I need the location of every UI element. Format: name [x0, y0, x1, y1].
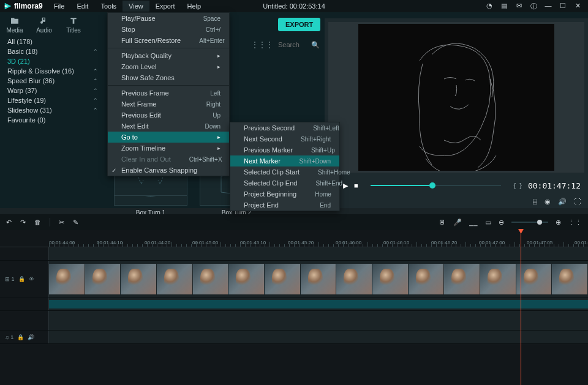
tab-titles[interactable]: Titles — [59, 12, 88, 37]
menu-item[interactable]: Previous FrameLeft — [108, 88, 229, 99]
tab-audio[interactable]: Audio — [29, 12, 59, 37]
close-icon[interactable]: ✕ — [573, 2, 582, 11]
display-icon[interactable]: ⌸ — [533, 198, 537, 205]
menu-label: Playback Quality — [121, 52, 172, 59]
sidebar-item[interactable]: Ripple & Dissolve (16)⌃ — [0, 66, 104, 76]
redo-icon[interactable]: ↷ — [20, 219, 26, 226]
fullscreen-icon[interactable]: ⛶ — [574, 198, 581, 205]
hotkey: Shift+Left — [295, 125, 339, 132]
menu-item[interactable]: Previous SecondShift+Left — [230, 122, 339, 133]
mic-icon[interactable]: 🎤 — [453, 219, 462, 226]
menu-view[interactable]: View — [123, 1, 149, 12]
menu-export[interactable]: Export — [149, 1, 181, 12]
tab-media[interactable]: Media — [0, 12, 29, 37]
playhead[interactable] — [521, 230, 521, 385]
menu-label: Stop — [121, 26, 135, 33]
search-icon[interactable]: 🔍 — [311, 41, 320, 49]
undo-icon[interactable]: ↶ — [6, 219, 12, 226]
clip-frame — [49, 264, 85, 294]
menu-item[interactable]: Next FrameRight — [108, 99, 229, 110]
menu-file[interactable]: File — [48, 1, 71, 12]
timeline-ruler[interactable]: 00:01:44:0000:01:44:1000:01:44:2000:01:4… — [0, 230, 588, 247]
snapshot-icon[interactable]: ◉ — [545, 198, 551, 206]
eye-icon[interactable]: 👁 — [29, 276, 34, 282]
menu-item[interactable]: Selected Clip StartShift+Home — [230, 166, 339, 178]
sidebar-item[interactable]: Lifestyle (19)⌃ — [0, 95, 104, 105]
audio-track[interactable]: ♫ 1 🔒 🔊 — [0, 331, 588, 344]
sidebar-item[interactable]: Favourite (0) — [0, 115, 104, 125]
menu-item[interactable]: Zoom Timeline▸ — [108, 143, 229, 154]
clip-frame — [444, 264, 480, 294]
mail-icon[interactable]: ✉ — [514, 2, 523, 11]
lock-icon[interactable]: 🔒 — [18, 276, 25, 282]
zoom-out-icon[interactable]: ⊖ — [499, 219, 504, 226]
menu-item[interactable]: Zoom Level▸ — [108, 61, 229, 72]
menu-item[interactable]: Next EditDown — [108, 121, 229, 132]
menu-item[interactable]: Previous MarkerShift+Up — [230, 144, 339, 155]
menu-edit[interactable]: Edit — [70, 1, 94, 12]
shield-icon[interactable]: ⛨ — [439, 219, 446, 226]
zoom-in-icon[interactable]: ⊕ — [556, 219, 561, 226]
preview-canvas[interactable] — [328, 22, 584, 173]
video-clip[interactable] — [49, 264, 588, 294]
minimize-icon[interactable]: — — [544, 2, 552, 11]
menu-item[interactable]: Play/PauseSpace — [108, 13, 229, 24]
stop-icon[interactable]: ■ — [354, 182, 358, 189]
video-track[interactable]: ⊞ 1 🔒 👁 — [0, 261, 588, 297]
audio-sub-track[interactable] — [0, 297, 588, 311]
edit-icon[interactable]: ✎ — [73, 219, 78, 226]
menu-item[interactable]: Show Safe Zones — [108, 72, 229, 83]
volume-icon[interactable]: 🔊 — [558, 198, 567, 206]
chevron-right-icon: ▸ — [205, 64, 221, 70]
chevron-up-icon: ⌃ — [93, 48, 98, 54]
settings-icon[interactable]: ⋮⋮ — [568, 219, 582, 226]
menu-item[interactable]: Clear In and OutCtrl+Shift+X — [108, 154, 229, 165]
info-icon[interactable]: ⓘ — [529, 2, 538, 11]
menu-help[interactable]: Help — [181, 1, 208, 12]
menu-item[interactable]: Previous EditUp — [108, 110, 229, 121]
maximize-icon[interactable]: ☐ — [559, 2, 567, 11]
bracket-controls[interactable]: { } — [513, 182, 521, 189]
chevron-right-icon: ▸ — [205, 53, 221, 59]
menu-item[interactable]: Selected Clip EndShift+End — [230, 178, 339, 189]
menu-item[interactable]: Full Screen/RestoreAlt+Enter — [108, 35, 229, 46]
sidebar-item[interactable]: All (178) — [0, 37, 104, 47]
sidebar-item[interactable]: Slideshow (31)⌃ — [0, 105, 104, 115]
tag-icon[interactable]: ▭ — [485, 219, 491, 226]
menu-item[interactable]: Go to▸ — [108, 132, 229, 143]
menu-item[interactable]: Playback Quality▸ — [108, 50, 229, 61]
sidebar-label: Favourite (0) — [7, 116, 45, 124]
menu-tools[interactable]: Tools — [94, 1, 123, 12]
project-title: Untitled: 00:02:53:14 — [263, 2, 325, 10]
menu-item[interactable]: StopCtrl+/ — [108, 24, 229, 35]
audio-track-head[interactable]: ♫ 1 🔒 🔊 — [0, 331, 49, 343]
preview-scrubber[interactable] — [371, 185, 502, 186]
zoom-slider[interactable] — [511, 222, 548, 223]
search-input[interactable] — [278, 41, 309, 48]
mixer-icon[interactable]: ⎯⎯ — [469, 219, 478, 226]
menu-item[interactable]: Project EndEnd — [230, 200, 339, 211]
save-icon[interactable]: ▤ — [500, 2, 508, 11]
speaker-icon[interactable]: 🔊 — [28, 334, 34, 340]
menu-item[interactable]: Next SecondShift+Right — [230, 133, 339, 144]
menu-label: Selected Clip Start — [244, 168, 300, 176]
search-box[interactable]: 🔍 — [278, 41, 320, 49]
sidebar-item[interactable]: Basic (18)⌃ — [0, 47, 104, 56]
delete-icon[interactable]: 🗑 — [34, 219, 41, 226]
lock-icon[interactable]: 🔒 — [17, 334, 24, 340]
sidebar-item[interactable]: Warp (37)⌃ — [0, 86, 104, 95]
menu-label: Full Screen/Restore — [121, 37, 181, 44]
account-icon[interactable]: ◔ — [485, 2, 494, 11]
menu-item[interactable]: Project BeginningHome — [230, 189, 339, 200]
menu-item[interactable]: Next MarkerShift+Down — [230, 155, 339, 166]
audio-waveform[interactable] — [49, 300, 588, 308]
sidebar-item[interactable]: Speed Blur (36)⌃ — [0, 76, 104, 86]
menu-item[interactable]: ✓Enable Canvas Snapping — [108, 165, 229, 176]
clip-frame — [480, 264, 516, 294]
sidebar-item[interactable]: 3D (21) — [0, 56, 104, 66]
cut-icon[interactable]: ✂ — [59, 219, 64, 226]
export-button[interactable]: EXPORT — [278, 18, 320, 31]
grid-view-icon[interactable]: ⋮⋮⋮ — [251, 40, 273, 49]
playall-icon[interactable]: ▶ — [343, 182, 348, 190]
video-track-head[interactable]: ⊞ 1 🔒 👁 — [0, 261, 49, 297]
